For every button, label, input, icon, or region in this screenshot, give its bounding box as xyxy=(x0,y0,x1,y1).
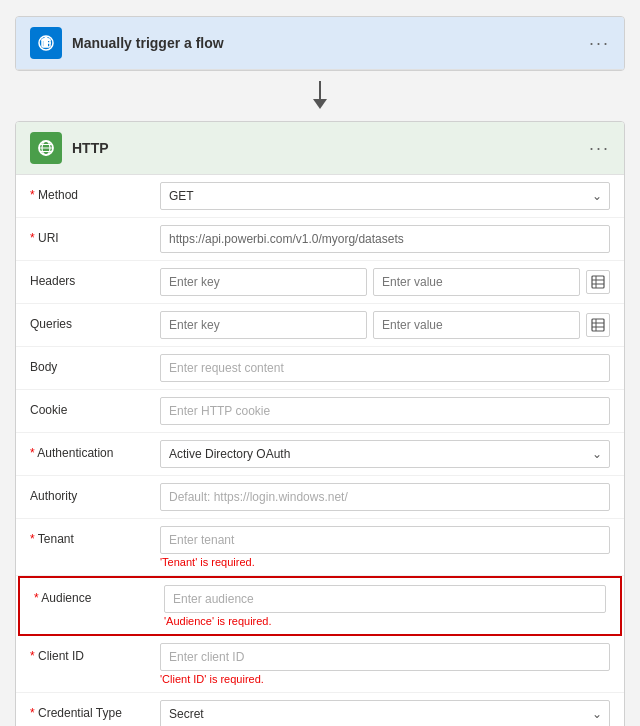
credential-type-label: * Credential Type xyxy=(30,700,160,720)
audience-label: * Audience xyxy=(34,585,164,605)
authentication-select[interactable]: Active Directory OAuth Basic Client Cert… xyxy=(160,440,610,468)
client-id-input[interactable] xyxy=(160,643,610,671)
connector-arrow xyxy=(313,71,327,121)
uri-control xyxy=(160,225,610,253)
authority-row: Authority xyxy=(16,476,624,519)
queries-value-input[interactable] xyxy=(373,311,580,339)
authentication-row: * Authentication Active Directory OAuth … xyxy=(16,433,624,476)
svg-marker-3 xyxy=(313,99,327,109)
body-label: Body xyxy=(30,354,160,374)
client-id-row: * Client ID 'Client ID' is required. xyxy=(16,636,624,693)
credential-type-select-wrapper: Secret Certificate ⌄ xyxy=(160,700,610,726)
headers-key-input[interactable] xyxy=(160,268,367,296)
authentication-select-wrapper: Active Directory OAuth Basic Client Cert… xyxy=(160,440,610,468)
headers-value-input[interactable] xyxy=(373,268,580,296)
credential-type-control: Secret Certificate ⌄ xyxy=(160,700,610,726)
cookie-control xyxy=(160,397,610,425)
http-icon xyxy=(30,132,62,164)
method-select-wrapper: GET POST PUT DELETE ⌄ xyxy=(160,182,610,210)
queries-label: Queries xyxy=(30,311,160,331)
headers-table-icon[interactable] xyxy=(586,270,610,294)
client-id-error: 'Client ID' is required. xyxy=(160,673,610,685)
trigger-more-button[interactable]: ··· xyxy=(589,33,610,54)
trigger-title: Manually trigger a flow xyxy=(72,35,589,51)
trigger-icon xyxy=(30,27,62,59)
queries-table-icon[interactable] xyxy=(586,313,610,337)
queries-row: Queries xyxy=(16,304,624,347)
http-header: HTTP ··· xyxy=(16,122,624,175)
body-input[interactable] xyxy=(160,354,610,382)
method-select[interactable]: GET POST PUT DELETE xyxy=(160,182,610,210)
queries-key-input[interactable] xyxy=(160,311,367,339)
tenant-error: 'Tenant' is required. xyxy=(160,556,610,568)
credential-type-select[interactable]: Secret Certificate xyxy=(160,700,610,726)
audience-error: 'Audience' is required. xyxy=(164,615,606,627)
tenant-row: * Tenant 'Tenant' is required. xyxy=(16,519,624,576)
authority-control xyxy=(160,483,610,511)
method-control: GET POST PUT DELETE ⌄ xyxy=(160,182,610,210)
cookie-input[interactable] xyxy=(160,397,610,425)
http-form: * Method GET POST PUT DELETE ⌄ * URI xyxy=(16,175,624,726)
tenant-label: * Tenant xyxy=(30,526,160,546)
client-id-control: 'Client ID' is required. xyxy=(160,643,610,685)
queries-control xyxy=(160,311,610,339)
svg-rect-13 xyxy=(592,319,604,331)
tenant-control: 'Tenant' is required. xyxy=(160,526,610,568)
trigger-header: Manually trigger a flow ··· xyxy=(16,17,624,70)
audience-input[interactable] xyxy=(164,585,606,613)
cookie-label: Cookie xyxy=(30,397,160,417)
headers-label: Headers xyxy=(30,268,160,288)
cookie-row: Cookie xyxy=(16,390,624,433)
body-control xyxy=(160,354,610,382)
http-card: HTTP ··· * Method GET POST PUT DELETE ⌄ xyxy=(15,121,625,726)
method-label: * Method xyxy=(30,182,160,202)
trigger-card: Manually trigger a flow ··· xyxy=(15,16,625,71)
method-row: * Method GET POST PUT DELETE ⌄ xyxy=(16,175,624,218)
http-title: HTTP xyxy=(72,140,589,156)
headers-row: Headers xyxy=(16,261,624,304)
audience-control: 'Audience' is required. xyxy=(164,585,606,627)
uri-label: * URI xyxy=(30,225,160,245)
svg-rect-9 xyxy=(592,276,604,288)
authority-label: Authority xyxy=(30,483,160,503)
authority-input[interactable] xyxy=(160,483,610,511)
tenant-input[interactable] xyxy=(160,526,610,554)
client-id-label: * Client ID xyxy=(30,643,160,663)
http-more-button[interactable]: ··· xyxy=(589,138,610,159)
authentication-control: Active Directory OAuth Basic Client Cert… xyxy=(160,440,610,468)
headers-control xyxy=(160,268,610,296)
authentication-label: * Authentication xyxy=(30,440,160,460)
audience-row: * Audience 'Audience' is required. xyxy=(18,576,622,636)
credential-type-row: * Credential Type Secret Certificate ⌄ xyxy=(16,693,624,726)
uri-row: * URI xyxy=(16,218,624,261)
body-row: Body xyxy=(16,347,624,390)
uri-input[interactable] xyxy=(160,225,610,253)
